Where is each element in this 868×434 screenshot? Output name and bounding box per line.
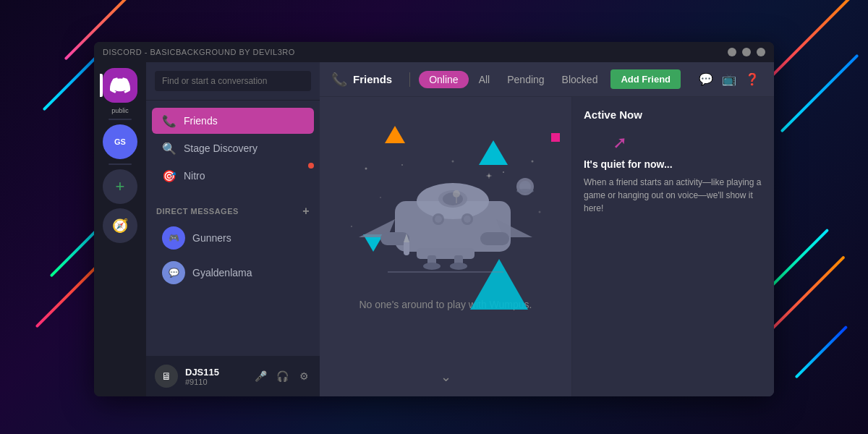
user-panel: 🖥 DJS115 #9110 🎤 🎧 ⚙ <box>146 356 320 396</box>
friends-main: No one's around to play with Wumpus. ⌄ <box>320 97 571 396</box>
headphones-button[interactable]: 🎧 <box>273 367 291 385</box>
wumpus-svg <box>344 154 547 284</box>
help-button[interactable]: ❓ <box>742 69 762 90</box>
app-body: public GS + 🧭 📞 Friends 🔍 <box>94 62 774 396</box>
tab-all[interactable]: All <box>472 71 498 88</box>
dm-add-button[interactable]: + <box>302 205 310 218</box>
tab-blocked[interactable]: Blocked <box>555 71 605 88</box>
no-friends-text: No one's around to play with Wumpus. <box>359 299 532 310</box>
discord-logo-svg <box>110 75 130 95</box>
quiet-description: When a friend starts an activity—like pl… <box>584 176 762 215</box>
svg-point-5 <box>380 197 381 198</box>
channel-search-area <box>146 62 320 101</box>
tab-online[interactable]: Online <box>419 71 468 88</box>
server-add-button[interactable]: + <box>103 169 137 204</box>
svg-point-29 <box>453 190 460 197</box>
dm-name-gunners: Gunners <box>192 232 231 244</box>
user-avatar: 🖥 <box>153 363 179 389</box>
svg-point-23 <box>435 216 442 223</box>
nav-divider <box>409 72 410 87</box>
server-divider-2 <box>109 163 132 165</box>
deco-stripe-1 <box>759 0 863 89</box>
deco-triangle-orange <box>385 126 405 143</box>
tab-pending[interactable]: Pending <box>500 71 551 88</box>
quiet-title: It's quiet for now... <box>584 158 673 170</box>
quiet-arrow-icon: ➚ <box>613 132 627 153</box>
svg-point-4 <box>532 161 534 163</box>
nav-items-list: 📞 Friends 🔍 Stage Discovery 🎯 Nitro <box>146 101 320 196</box>
stage-discovery-icon: 🔍 <box>162 141 176 156</box>
add-friend-button[interactable]: Add Friend <box>610 69 681 89</box>
sidebar-item-stage-discovery[interactable]: 🔍 Stage Discovery <box>152 135 314 161</box>
sidebar-item-stage-discovery-label: Stage Discovery <box>184 142 258 154</box>
dm-item-gyaldenlama[interactable]: 💬 Gyaldenlama <box>152 257 314 289</box>
title-bar-controls <box>728 48 765 56</box>
new-group-dm-button[interactable]: 💬 <box>696 69 716 90</box>
title-bar-text: DISCORD - BASICBACKGROUND BY DEVIL3RO <box>103 48 295 56</box>
dm-avatar-gunners: 🎮 <box>162 226 185 250</box>
user-tag-display: #9110 <box>185 378 246 386</box>
dm-section-header: DIRECT MESSAGES + <box>146 196 320 221</box>
username-display: DJS115 <box>185 367 246 378</box>
quiet-section: ➚ It's quiet for now... When a friend st… <box>584 132 762 215</box>
close-button[interactable] <box>757 48 765 56</box>
svg-point-25 <box>464 216 471 223</box>
svg-point-8 <box>351 226 352 227</box>
settings-button[interactable]: ⚙ <box>295 367 312 385</box>
user-info: DJS115 #9110 <box>185 367 246 386</box>
svg-point-7 <box>539 211 541 213</box>
nitro-notification-dot <box>308 163 314 169</box>
channel-sidebar: 📞 Friends 🔍 Stage Discovery 🎯 Nitro DIRE… <box>146 62 320 396</box>
wumpus-container: No one's around to play with Wumpus. <box>344 154 547 310</box>
title-bar: DISCORD - BASICBACKGROUND BY DEVIL3RO <box>94 42 774 62</box>
svg-point-1 <box>401 164 403 166</box>
svg-point-3 <box>503 171 504 173</box>
server-divider <box>109 119 132 120</box>
svg-rect-14 <box>480 232 509 245</box>
svg-point-0 <box>365 168 367 170</box>
svg-point-19 <box>450 263 467 270</box>
nitro-icon: 🎯 <box>162 169 176 183</box>
dm-item-gunners[interactable]: 🎮 Gunners <box>152 222 314 254</box>
deco-stripe-5 <box>795 326 848 379</box>
sidebar-item-friends-label: Friends <box>184 115 218 127</box>
friends-header-icon: 📞 <box>331 72 347 88</box>
stream-button[interactable]: 📺 <box>719 69 739 90</box>
server-public-label: public <box>111 107 129 114</box>
svg-rect-15 <box>417 248 475 259</box>
friends-header-title: Friends <box>353 73 392 85</box>
minimize-button[interactable] <box>728 48 736 56</box>
dm-avatar-gyaldenlama: 💬 <box>162 261 185 284</box>
friends-nav-icon: 📞 <box>162 114 176 128</box>
svg-point-28 <box>516 189 534 193</box>
svg-point-2 <box>452 161 454 163</box>
sidebar-item-nitro-label: Nitro <box>184 170 205 182</box>
deco-stripe-2 <box>780 54 859 133</box>
friends-area: No one's around to play with Wumpus. ⌄ A… <box>320 97 774 396</box>
mic-button[interactable]: 🎤 <box>252 367 269 385</box>
search-input[interactable] <box>155 71 311 91</box>
top-navigation: 📞 Friends Online All Pending Blocked Add… <box>320 62 774 97</box>
sidebar-item-nitro[interactable]: 🎯 Nitro <box>152 163 314 189</box>
svg-rect-20 <box>404 241 409 255</box>
dm-name-gyaldenlama: Gyaldenlama <box>192 267 252 278</box>
svg-point-18 <box>423 263 441 270</box>
server-gs-icon[interactable]: GS <box>103 124 137 159</box>
sidebar-item-friends[interactable]: 📞 Friends <box>152 108 314 134</box>
deco-square-pink <box>551 133 560 142</box>
maximize-button[interactable] <box>742 48 751 56</box>
server-explore-button[interactable]: 🧭 <box>103 208 137 243</box>
discord-home-icon[interactable] <box>103 68 137 103</box>
server-list: public GS + 🧭 <box>94 62 146 396</box>
active-now-title: Active Now <box>584 109 762 121</box>
discord-window: DISCORD - BASICBACKGROUND BY DEVIL3RO pu… <box>94 42 774 396</box>
dm-section-label: DIRECT MESSAGES <box>156 207 239 216</box>
main-content: 📞 Friends Online All Pending Blocked Add… <box>320 62 774 396</box>
active-now-panel: Active Now ➚ It's quiet for now... When … <box>571 97 774 396</box>
wumpus-illustration <box>344 154 547 284</box>
scroll-down-button[interactable]: ⌄ <box>441 369 451 385</box>
user-controls: 🎤 🎧 ⚙ <box>252 367 312 385</box>
